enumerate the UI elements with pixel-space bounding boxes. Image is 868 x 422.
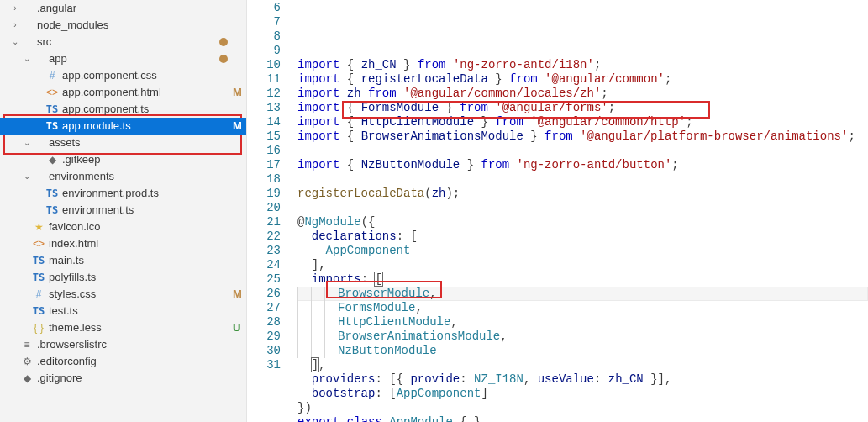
- code-line[interactable]: imports: [: [297, 272, 868, 287]
- file-icon: ≡: [20, 336, 34, 353]
- tree-item-label: app.component.css: [62, 67, 233, 84]
- code-line[interactable]: HttpClientModule,: [297, 315, 868, 330]
- tree-item[interactable]: ›node_modules: [0, 17, 246, 34]
- code-line[interactable]: import zh from '@angular/common/locales/…: [297, 87, 868, 101]
- tree-item-label: app.component.ts: [62, 101, 233, 118]
- indent-guide: [311, 330, 324, 344]
- code-editor[interactable]: 6789101112131415161718192021222324252627…: [247, 0, 868, 422]
- code-line[interactable]: registerLocaleData(zh);: [297, 187, 868, 201]
- code-line[interactable]: export class AppModule { }: [297, 415, 868, 422]
- file-icon: ★: [32, 219, 45, 235]
- code-line[interactable]: import { zh_CN } from 'ng-zorro-antd/i18…: [297, 58, 868, 72]
- indent-guide: [324, 330, 338, 344]
- code-line[interactable]: import { registerLocaleData } from '@ang…: [297, 72, 868, 87]
- chevron-icon: ⌄: [22, 168, 32, 185]
- tree-item-label: environments: [49, 168, 233, 185]
- scm-badge: U: [233, 319, 246, 336]
- code-line[interactable]: BrowserAnimationsModule,: [297, 330, 868, 344]
- tree-item[interactable]: ⌄environments: [0, 168, 246, 185]
- line-number: 23: [247, 244, 281, 258]
- indent-guide: [297, 315, 311, 330]
- tree-item[interactable]: ›.angular: [0, 0, 246, 17]
- line-number: 11: [247, 72, 281, 87]
- tree-item[interactable]: ⌄src: [0, 34, 246, 50]
- tree-item-label: environment.prod.ts: [62, 185, 233, 202]
- code-line[interactable]: providers: [{ provide: NZ_I18N, useValue…: [297, 372, 868, 387]
- tree-item[interactable]: <>app.component.htmlM: [0, 84, 246, 101]
- tree-item[interactable]: #styles.cssM: [0, 286, 246, 303]
- line-number: 17: [247, 158, 281, 172]
- code-line[interactable]: [297, 201, 868, 215]
- tree-item[interactable]: #app.component.css: [0, 67, 246, 84]
- line-number: 31: [247, 358, 281, 372]
- line-number: 30: [247, 344, 281, 358]
- tree-item[interactable]: TStest.ts: [0, 303, 246, 319]
- tree-item[interactable]: ◆.gitignore: [0, 370, 246, 387]
- indent-guide: [324, 287, 338, 301]
- indent-guide: [311, 287, 324, 301]
- chevron-icon: ›: [10, 0, 20, 17]
- code-line[interactable]: FormsModule,: [297, 301, 868, 315]
- line-number: 19: [247, 187, 281, 201]
- tree-item[interactable]: TSapp.component.ts: [0, 101, 246, 118]
- tree-item-label: styles.css: [49, 286, 233, 303]
- tree-item[interactable]: ≡.browserslistrc: [0, 336, 246, 353]
- line-number: 16: [247, 144, 281, 158]
- tree-item[interactable]: ◆.gitkeep: [0, 151, 246, 168]
- tree-item-label: index.html: [49, 235, 233, 252]
- tree-item[interactable]: ⌄assets: [0, 135, 246, 151]
- tree-item-label: assets: [49, 135, 233, 151]
- code-line[interactable]: @NgModule({: [297, 215, 868, 229]
- code-line[interactable]: BrowserModule,: [297, 287, 868, 301]
- line-number: 6: [247, 1, 281, 15]
- modified-dot-icon: [219, 55, 228, 63]
- indent-guide: [311, 315, 324, 330]
- indent-guide: [311, 344, 324, 358]
- code-line[interactable]: [297, 172, 868, 187]
- file-icon: TS: [32, 269, 45, 286]
- code-line[interactable]: }): [297, 401, 868, 415]
- code-line[interactable]: import { BrowserAnimationsModule } from …: [297, 129, 868, 144]
- line-number: 8: [247, 29, 281, 44]
- file-icon: #: [45, 67, 59, 84]
- line-number: 20: [247, 201, 281, 215]
- tree-item[interactable]: ⌄app: [0, 50, 246, 67]
- chevron-icon: ›: [10, 17, 20, 34]
- code-line[interactable]: ],: [297, 358, 868, 372]
- code-line[interactable]: import { NzButtonModule } from 'ng-zorro…: [297, 158, 868, 172]
- file-icon: ◆: [45, 151, 59, 168]
- file-explorer[interactable]: ›.angular›node_modules⌄src⌄app#app.compo…: [0, 0, 247, 422]
- tree-item-label: polyfills.ts: [49, 269, 233, 286]
- code-line[interactable]: import { HttpClientModule } from '@angul…: [297, 115, 868, 129]
- line-number: 21: [247, 215, 281, 229]
- tree-item[interactable]: TSmain.ts: [0, 252, 246, 269]
- line-number: 13: [247, 101, 281, 115]
- code-line[interactable]: AppComponent: [297, 244, 868, 258]
- file-icon: TS: [45, 118, 59, 135]
- line-number: 15: [247, 129, 281, 144]
- line-number: 14: [247, 115, 281, 129]
- code-area[interactable]: import { zh_CN } from 'ng-zorro-antd/i18…: [292, 0, 868, 422]
- tree-item[interactable]: TSpolyfills.ts: [0, 269, 246, 286]
- code-line[interactable]: [297, 144, 868, 158]
- file-icon: <>: [45, 84, 59, 101]
- file-icon: TS: [32, 252, 45, 269]
- indent-guide: [324, 301, 338, 315]
- tree-item[interactable]: TSenvironment.prod.ts: [0, 185, 246, 202]
- tree-item[interactable]: ★favicon.ico: [0, 219, 246, 235]
- tree-item-selected[interactable]: TSapp.module.tsM: [0, 118, 246, 135]
- code-line[interactable]: import { FormsModule } from '@angular/fo…: [297, 101, 868, 115]
- tree-item[interactable]: ⚙.editorconfig: [0, 353, 246, 370]
- indent-guide: [311, 301, 324, 315]
- code-line[interactable]: declarations: [: [297, 229, 868, 244]
- code-line[interactable]: NzButtonModule: [297, 344, 868, 358]
- line-number: 12: [247, 87, 281, 101]
- code-line[interactable]: ],: [297, 258, 868, 272]
- code-line[interactable]: bootstrap: [AppComponent]: [297, 387, 868, 401]
- file-icon: <>: [32, 235, 45, 252]
- tree-item-label: test.ts: [49, 303, 233, 319]
- chevron-icon: ⌄: [22, 135, 32, 151]
- tree-item[interactable]: { }theme.lessU: [0, 319, 246, 336]
- tree-item[interactable]: <>index.html: [0, 235, 246, 252]
- tree-item[interactable]: TSenvironment.ts: [0, 202, 246, 219]
